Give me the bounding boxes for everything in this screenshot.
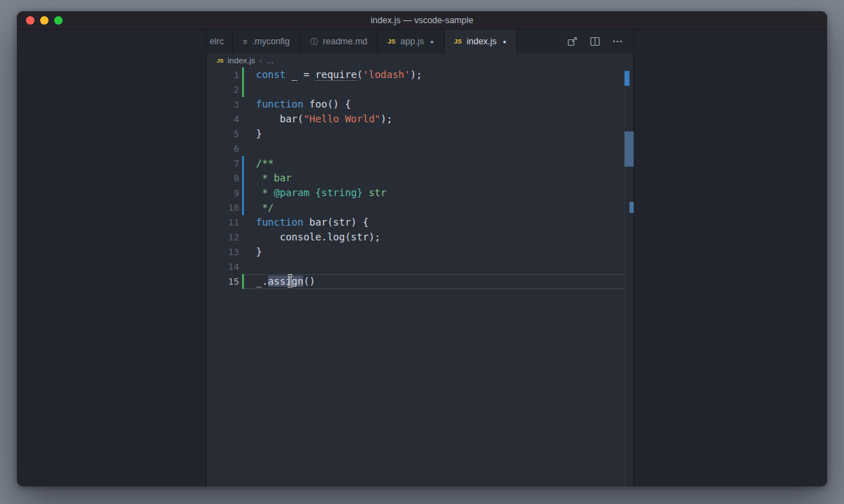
markdown-info-icon: ⓘ [310, 37, 318, 47]
tab-bar: elrc≡.myconfigⓘreadme.mdJSapp.js●JSindex… [207, 30, 633, 53]
line-number: 9 [207, 186, 239, 200]
code-line-4: 4 bar("Hello World"); [207, 112, 624, 127]
code-text[interactable]: */ [244, 200, 624, 215]
line-number: 7 [207, 156, 239, 171]
more-actions-icon[interactable] [611, 36, 623, 48]
modified-dot-icon[interactable]: ● [430, 39, 434, 45]
line-number: 5 [207, 127, 239, 141]
titlebar: index.js — vscode-sample [17, 11, 827, 30]
code-line-7: 7/** [207, 156, 624, 171]
code-text[interactable]: } [244, 245, 624, 259]
overview-ruler-mark [625, 131, 634, 167]
code-text[interactable] [244, 82, 624, 97]
tab-label: .myconfig [252, 37, 290, 46]
open-changes-icon[interactable] [566, 36, 578, 48]
code-line-13: 13} [207, 245, 624, 259]
split-editor-icon[interactable] [589, 36, 601, 48]
window-title: index.js — vscode-sample [371, 15, 473, 25]
overview-ruler[interactable] [624, 67, 633, 486]
overview-ruler-mark [625, 71, 629, 86]
tab-index.js[interactable]: JSindex.js● [445, 30, 517, 53]
editor-group: elrc≡.myconfigⓘreadme.mdJSapp.js●JSindex… [207, 30, 634, 486]
code-text[interactable]: * @param {string} str [244, 186, 624, 200]
line-number: 10 [207, 200, 239, 215]
code-line-15: 15_.assign() [207, 274, 624, 289]
line-number: 6 [207, 141, 239, 156]
tab-label: readme.md [323, 37, 367, 46]
vscode-window: index.js — vscode-sample elrc≡.myconfigⓘ… [17, 11, 827, 486]
line-number: 11 [207, 215, 239, 230]
tab-actions [556, 30, 633, 53]
line-number: 3 [207, 97, 239, 112]
close-button[interactable] [26, 16, 34, 25]
modified-dot-icon[interactable]: ● [503, 39, 506, 45]
line-number: 14 [207, 259, 239, 274]
editor-empty-area [634, 30, 827, 486]
code-lines: 1const _ = require('lodash');23function … [207, 67, 624, 486]
tab-readme.md[interactable]: ⓘreadme.md [300, 30, 378, 53]
code-text[interactable]: console.log(str); [244, 230, 624, 245]
zoom-button[interactable] [54, 16, 63, 25]
breadcrumb-more[interactable]: … [266, 56, 274, 65]
tab-app.js[interactable]: JSapp.js● [378, 30, 444, 53]
code-text[interactable]: function bar(str) { [244, 215, 624, 230]
code-line-2: 2 [207, 82, 624, 97]
line-number: 2 [207, 82, 239, 97]
code-text[interactable]: } [244, 127, 624, 141]
settings-file-icon: ≡ [243, 37, 247, 46]
line-number: 13 [207, 245, 239, 259]
tab-label: elrc [210, 37, 224, 46]
code-text[interactable]: * bar [244, 171, 624, 186]
code-line-8: 8 * bar [207, 171, 624, 186]
chevron-right-icon: › [260, 57, 262, 65]
code-line-14: 14 [207, 259, 624, 274]
window-body: elrc≡.myconfigⓘreadme.mdJSapp.js●JSindex… [17, 30, 827, 486]
code-line-9: 9 * @param {string} str [207, 186, 624, 200]
line-number: 8 [207, 171, 239, 186]
tab-label: index.js [467, 37, 497, 46]
tab-elrc[interactable]: elrc [207, 30, 233, 53]
code-line-5: 5} [207, 127, 624, 141]
sidebar-panel [17, 30, 207, 486]
code-text[interactable]: function foo() { [244, 97, 624, 112]
tab-.myconfig[interactable]: ≡.myconfig [233, 30, 300, 53]
traffic-lights [26, 11, 63, 29]
js-file-icon: JS [388, 38, 395, 45]
tab-label: app.js [400, 37, 423, 46]
line-number: 15 [207, 274, 239, 289]
code-line-11: 11function bar(str) { [207, 215, 624, 230]
code-editor: 1const _ = require('lodash');23function … [207, 67, 633, 486]
code-line-6: 6 [207, 141, 624, 156]
overview-ruler-mark [629, 202, 634, 213]
minimize-button[interactable] [40, 16, 49, 25]
code-text[interactable] [244, 259, 624, 274]
code-text[interactable] [244, 141, 624, 156]
code-line-10: 10 */ [207, 200, 624, 215]
tab-list: elrc≡.myconfigⓘreadme.mdJSapp.js●JSindex… [207, 30, 517, 53]
code-line-12: 12 console.log(str); [207, 230, 624, 245]
code-line-3: 3function foo() { [207, 97, 624, 112]
code-text[interactable]: const _ = require('lodash'); [244, 67, 624, 82]
line-number: 12 [207, 230, 239, 245]
code-text[interactable]: /** [244, 156, 624, 171]
js-file-icon: JS [217, 58, 224, 64]
code-line-1: 1const _ = require('lodash'); [207, 67, 624, 82]
line-number: 4 [207, 112, 239, 127]
breadcrumb: JS index.js › … [207, 53, 633, 67]
code-text[interactable]: bar("Hello World"); [244, 112, 624, 127]
code-text[interactable]: _.assign() [244, 274, 624, 289]
line-number: 1 [207, 67, 239, 82]
breadcrumb-file[interactable]: index.js [228, 56, 255, 65]
js-file-icon: JS [454, 38, 462, 45]
